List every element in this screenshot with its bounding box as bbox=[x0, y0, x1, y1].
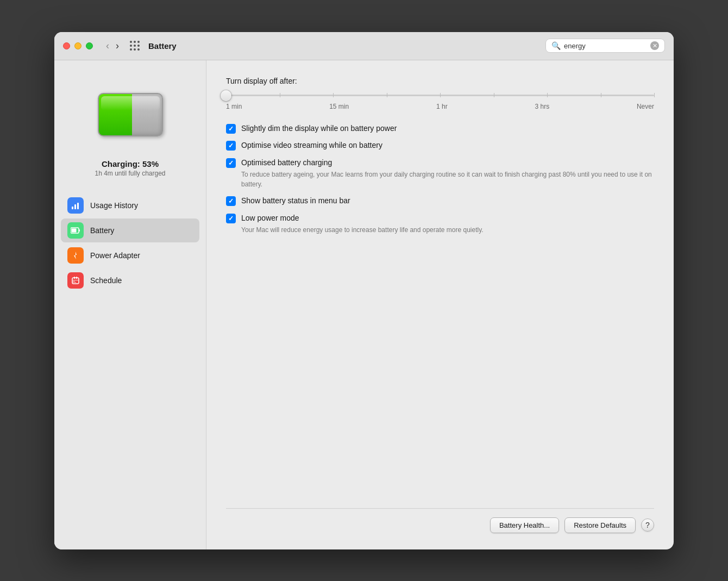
schedule-icon bbox=[67, 272, 84, 289]
svg-rect-11 bbox=[73, 281, 75, 282]
battery-label: Battery bbox=[90, 226, 114, 235]
svg-rect-10 bbox=[73, 280, 78, 280]
content-area: Charging: 53% 1h 4m until fully charged … bbox=[54, 60, 674, 549]
window-title: Battery bbox=[148, 41, 177, 51]
battery-icon bbox=[98, 93, 163, 136]
battery-visual bbox=[92, 82, 168, 147]
slider-label-1min: 1 min bbox=[226, 103, 242, 110]
option-label-optimised-charging: Optimised battery charging bbox=[241, 158, 654, 168]
search-icon: 🔍 bbox=[551, 41, 561, 50]
checkbox-optimise-video[interactable]: ✓ bbox=[226, 141, 236, 151]
usage-history-icon bbox=[67, 197, 84, 214]
slider-section: Turn display off after: bbox=[226, 77, 654, 110]
option-dim-display: ✓ Slightly dim the display while on batt… bbox=[226, 123, 654, 134]
slider-labels: 1 min 15 min 1 hr 3 hrs Never bbox=[226, 103, 654, 110]
help-button[interactable]: ? bbox=[641, 518, 654, 532]
power-adapter-label: Power Adapter bbox=[90, 251, 140, 260]
svg-rect-4 bbox=[79, 229, 80, 232]
slider-thumb[interactable] bbox=[221, 90, 231, 101]
close-button[interactable] bbox=[63, 42, 70, 49]
titlebar: ‹ › Battery 🔍 ✕ bbox=[54, 32, 674, 60]
checkbox-low-power[interactable]: ✓ bbox=[226, 214, 236, 223]
checkbox-show-status[interactable]: ✓ bbox=[226, 196, 236, 206]
search-input[interactable] bbox=[564, 42, 650, 50]
option-label-low-power: Low power mode bbox=[241, 213, 654, 224]
svg-rect-1 bbox=[74, 204, 76, 209]
charging-percentage: Charging: 53% bbox=[95, 159, 165, 168]
sidebar-nav: Usage History Battery bbox=[61, 193, 199, 293]
option-desc-low-power: Your Mac will reduce energy usage to inc… bbox=[241, 225, 654, 235]
schedule-label: Schedule bbox=[90, 276, 122, 285]
checkbox-dim-display[interactable]: ✓ bbox=[226, 124, 236, 134]
option-low-power: ✓ Low power mode Your Mac will reduce en… bbox=[226, 213, 654, 235]
forward-button[interactable]: › bbox=[114, 40, 121, 52]
sidebar: Charging: 53% 1h 4m until fully charged … bbox=[54, 60, 206, 549]
sidebar-item-battery[interactable]: Battery bbox=[61, 218, 199, 242]
svg-rect-9 bbox=[76, 277, 77, 279]
svg-marker-6 bbox=[74, 252, 77, 259]
svg-rect-2 bbox=[77, 203, 79, 209]
main-content: Turn display off after: bbox=[206, 60, 674, 549]
sidebar-item-schedule[interactable]: Schedule bbox=[61, 268, 199, 292]
svg-rect-5 bbox=[72, 228, 77, 232]
slider-label-3hrs: 3 hrs bbox=[535, 103, 549, 110]
nav-arrows: ‹ › bbox=[104, 40, 121, 52]
sidebar-item-power-adapter[interactable]: Power Adapter bbox=[61, 243, 199, 267]
option-optimised-charging: ✓ Optimised battery charging To reduce b… bbox=[226, 158, 654, 190]
slider-label: Turn display off after: bbox=[226, 77, 654, 85]
sidebar-item-usage-history[interactable]: Usage History bbox=[61, 193, 199, 217]
svg-rect-8 bbox=[74, 277, 75, 279]
slider-label-1hr: 1 hr bbox=[436, 103, 448, 110]
slider-label-15min: 15 min bbox=[329, 103, 349, 110]
battery-nav-icon bbox=[67, 222, 84, 239]
main-window: ‹ › Battery 🔍 ✕ bbox=[54, 32, 674, 549]
slider-line bbox=[226, 95, 654, 96]
battery-shine bbox=[101, 96, 160, 111]
option-label-optimise-video: Optimise video streaming while on batter… bbox=[241, 140, 654, 151]
restore-defaults-button[interactable]: Restore Defaults bbox=[564, 517, 636, 533]
slider-track[interactable] bbox=[226, 91, 654, 101]
checkbox-optimised-charging[interactable]: ✓ bbox=[226, 158, 236, 168]
option-desc-optimised-charging: To reduce battery ageing, your Mac learn… bbox=[241, 170, 654, 189]
search-clear-button[interactable]: ✕ bbox=[650, 41, 659, 50]
option-label-show-status: Show battery status in menu bar bbox=[241, 196, 654, 207]
maximize-button[interactable] bbox=[86, 42, 93, 49]
option-show-status: ✓ Show battery status in menu bar bbox=[226, 196, 654, 207]
back-button[interactable]: ‹ bbox=[104, 40, 111, 52]
svg-rect-12 bbox=[73, 282, 76, 283]
usage-history-label: Usage History bbox=[90, 201, 138, 210]
option-optimise-video: ✓ Optimise video streaming while on batt… bbox=[226, 140, 654, 151]
search-bar: 🔍 ✕ bbox=[545, 39, 665, 53]
footer: Battery Health... Restore Defaults ? bbox=[226, 508, 654, 533]
traffic-lights bbox=[63, 42, 93, 49]
options-section: ✓ Slightly dim the display while on batt… bbox=[226, 123, 654, 508]
svg-rect-7 bbox=[72, 278, 79, 284]
charging-status: Charging: 53% 1h 4m until fully charged bbox=[95, 159, 165, 177]
battery-health-button[interactable]: Battery Health... bbox=[490, 517, 559, 533]
charging-time: 1h 4m until fully charged bbox=[95, 170, 165, 177]
svg-rect-0 bbox=[72, 207, 73, 209]
minimize-button[interactable] bbox=[74, 42, 81, 49]
slider-label-never: Never bbox=[637, 103, 654, 110]
option-label-dim-display: Slightly dim the display while on batter… bbox=[241, 123, 654, 134]
power-adapter-icon bbox=[67, 247, 84, 264]
grid-icon[interactable] bbox=[130, 41, 140, 51]
